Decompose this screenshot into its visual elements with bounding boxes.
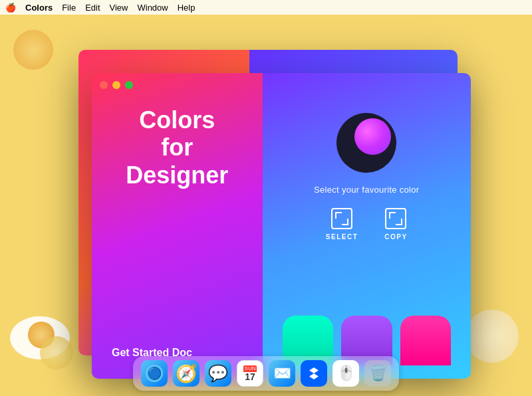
- apple-menu[interactable]: 🍎: [5, 3, 16, 13]
- main-window: Colors for Designer Get Started Doc Sele…: [92, 73, 471, 379]
- food-decoration-br: [466, 310, 519, 363]
- menu-help[interactable]: Help: [178, 3, 196, 13]
- svg-marker-2: [309, 367, 319, 379]
- action-buttons-group: SELECT COPY: [326, 208, 408, 241]
- swatch-pink[interactable]: [400, 316, 452, 365]
- dock-finder[interactable]: 🔵: [141, 360, 168, 387]
- dock-calendar[interactable]: SUN 17: [237, 360, 263, 387]
- select-instruction: Select your favourite color: [314, 185, 419, 195]
- food-decoration-bl2: [40, 336, 73, 369]
- app-name: Colors: [25, 3, 53, 13]
- dock-cursor[interactable]: 🖱️: [332, 360, 359, 387]
- copy-label: COPY: [384, 233, 407, 241]
- select-label: SELECT: [326, 233, 358, 241]
- dock-trash[interactable]: 🗑️: [364, 360, 391, 387]
- dock-dropbox[interactable]: [301, 360, 327, 387]
- dock-messages[interactable]: 💬: [205, 360, 231, 387]
- color-preview: [336, 113, 396, 173]
- dock-mail[interactable]: ✉️: [269, 360, 295, 387]
- select-button[interactable]: SELECT: [326, 208, 358, 241]
- menu-file[interactable]: File: [62, 3, 76, 13]
- left-panel: Colors for Designer Get Started Doc: [92, 73, 263, 379]
- select-icon: [331, 208, 352, 229]
- menu-view[interactable]: View: [110, 3, 128, 13]
- dock-safari[interactable]: 🧭: [173, 360, 200, 387]
- copy-button[interactable]: COPY: [384, 208, 407, 241]
- svg-text:🔵: 🔵: [147, 366, 162, 381]
- right-panel: Select your favourite color SELECT COPY: [263, 73, 471, 379]
- food-decoration-tl: [13, 30, 53, 70]
- color-circle[interactable]: [336, 113, 396, 173]
- menu-edit[interactable]: Edit: [85, 3, 100, 13]
- copy-icon: [385, 208, 406, 229]
- titlebar: [92, 73, 471, 97]
- app-title: Colors for Designer: [112, 106, 243, 189]
- close-button[interactable]: [100, 81, 108, 89]
- minimize-button[interactable]: [112, 81, 120, 89]
- menu-window[interactable]: Window: [137, 3, 168, 13]
- dock: 🔵 🧭 💬 SUN 17 ✉️ 🖱️ 🗑️: [133, 356, 399, 391]
- maximize-button[interactable]: [125, 81, 133, 89]
- menu-bar: 🍎 Colors File Edit View Window Help: [0, 0, 532, 15]
